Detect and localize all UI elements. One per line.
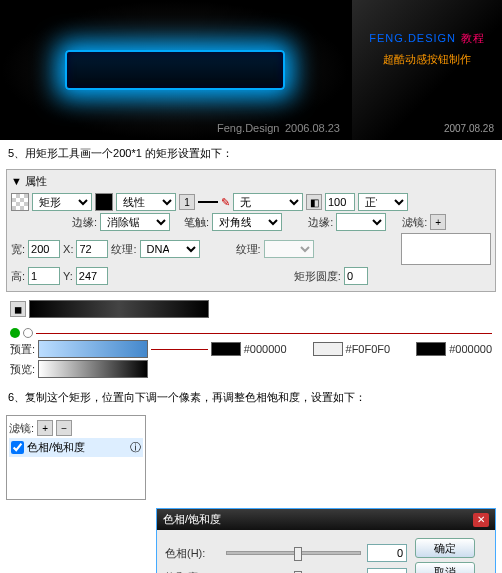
color-stop-3[interactable] bbox=[416, 342, 446, 356]
sat-label: 饱和度(S): bbox=[165, 570, 220, 574]
texture-select[interactable]: DNA bbox=[140, 240, 200, 258]
banner-signature: Feng.Design bbox=[217, 122, 279, 134]
add-filter-button2[interactable]: + bbox=[37, 420, 53, 436]
texture-label: 纹理: bbox=[111, 242, 136, 257]
edge-label: 边缘: bbox=[72, 215, 97, 230]
hsl-dialog-title: 色相/饱和度 bbox=[163, 512, 221, 527]
tutorial-subtitle: 超酷动感按钮制作 bbox=[358, 52, 496, 67]
stroke-kind-select[interactable]: 线性 bbox=[116, 193, 176, 211]
properties-panel: ▼ 属性 矩形 线性 1 ✎ 无 ◧ 正常 边缘: 消除锯齿 笔触: 对角线 1… bbox=[6, 169, 496, 292]
stroke-style-select[interactable]: 对角线 1 bbox=[212, 213, 282, 231]
x-label: X: bbox=[63, 243, 73, 255]
remove-filter-button[interactable]: − bbox=[56, 420, 72, 436]
step-5-text: 5、用矩形工具画一个200*1 的矩形设置如下： bbox=[0, 140, 502, 167]
hex2: #F0F0F0 bbox=[346, 343, 391, 355]
preset-label: 预置: bbox=[10, 342, 35, 357]
gradient-editor-bar[interactable] bbox=[29, 300, 209, 318]
properties-title: ▼ 属性 bbox=[11, 174, 491, 189]
filter-item-label: 色相/饱和度 bbox=[27, 440, 85, 455]
radio-on-icon[interactable] bbox=[10, 328, 20, 338]
preview-label: 预览: bbox=[10, 362, 35, 377]
stroke-style-label: 笔触: bbox=[184, 215, 209, 230]
color-stop-2[interactable] bbox=[313, 342, 343, 356]
blend-mode-select[interactable]: 正常 bbox=[358, 193, 408, 211]
opacity-icon: ◧ bbox=[306, 194, 322, 210]
rect-round-input[interactable] bbox=[344, 267, 368, 285]
edge2-select[interactable] bbox=[336, 213, 386, 231]
sat-input[interactable] bbox=[367, 568, 407, 573]
filter-enable-checkbox[interactable] bbox=[11, 441, 24, 454]
x-input[interactable] bbox=[76, 240, 108, 258]
preset-select[interactable] bbox=[38, 340, 148, 358]
filter-list-box[interactable] bbox=[401, 233, 491, 265]
banner-title-card: FENG.DESIGN 教程 超酷动感按钮制作 2007.08.28 bbox=[352, 0, 502, 140]
hue-slider[interactable] bbox=[226, 551, 361, 555]
pencil-icon[interactable]: ✎ bbox=[221, 196, 230, 209]
filter-list-panel: 滤镜: + − 色相/饱和度 ⓘ bbox=[6, 415, 146, 500]
texture2-label: 纹理: bbox=[236, 242, 261, 257]
hsl-dialog: 色相/饱和度 ✕ 色相(H): 饱和度(S): 亮度(L): bbox=[156, 508, 496, 573]
edge2-label: 边缘: bbox=[308, 215, 333, 230]
filter-item-hsl[interactable]: 色相/饱和度 ⓘ bbox=[9, 438, 143, 457]
info-icon[interactable]: ⓘ bbox=[130, 440, 141, 455]
tutorial-label: 教程 bbox=[461, 32, 485, 44]
hue-input[interactable] bbox=[367, 544, 407, 562]
opacity-input[interactable] bbox=[325, 193, 355, 211]
brand-text: FENG.DESIGN bbox=[369, 32, 456, 44]
connector-line bbox=[36, 333, 492, 334]
y-input[interactable] bbox=[76, 267, 108, 285]
height-input[interactable] bbox=[28, 267, 60, 285]
y-label: Y: bbox=[63, 270, 73, 282]
rect-round-label: 矩形圆度: bbox=[294, 269, 341, 284]
fill-swatch[interactable] bbox=[11, 193, 29, 211]
texture2-select[interactable] bbox=[264, 240, 314, 258]
width-label: 宽: bbox=[11, 242, 25, 257]
glow-button-preview bbox=[65, 50, 285, 90]
color-stop-1[interactable] bbox=[211, 342, 241, 356]
gradient-preview bbox=[38, 360, 148, 378]
height-label: 高: bbox=[11, 269, 25, 284]
stroke-tip-select[interactable]: 无 bbox=[233, 193, 303, 211]
hex3: #000000 bbox=[449, 343, 492, 355]
close-icon[interactable]: ✕ bbox=[473, 513, 489, 527]
stroke-swatch[interactable] bbox=[95, 193, 113, 211]
banner-right-date: 2007.08.28 bbox=[444, 123, 494, 134]
filter-label2: 滤镜: bbox=[9, 421, 34, 436]
connector-line bbox=[151, 349, 208, 350]
edge-select[interactable]: 消除锯齿 bbox=[100, 213, 170, 231]
shape-select[interactable]: 矩形 bbox=[32, 193, 92, 211]
add-filter-button[interactable]: + bbox=[430, 214, 446, 230]
banner-preview-left: Feng.Design 2006.08.23 bbox=[0, 0, 350, 140]
step-6-text: 6、复制这个矩形，位置向下调一个像素，再调整色相饱和度，设置如下： bbox=[0, 384, 502, 411]
stroke-preview-icon bbox=[198, 201, 218, 203]
filter-label: 滤镜: bbox=[402, 215, 427, 230]
width-input[interactable] bbox=[28, 240, 60, 258]
hue-label: 色相(H): bbox=[165, 546, 220, 561]
gradient-type-icon[interactable]: ◼ bbox=[10, 301, 26, 317]
stroke-width-stepper[interactable]: 1 bbox=[179, 194, 195, 210]
hex1: #000000 bbox=[244, 343, 287, 355]
ok-button[interactable]: 确定 bbox=[415, 538, 475, 558]
banner-left-date: 2006.08.23 bbox=[285, 122, 340, 134]
cancel-button[interactable]: 取消 bbox=[415, 562, 475, 573]
radio-off-icon[interactable] bbox=[23, 328, 33, 338]
